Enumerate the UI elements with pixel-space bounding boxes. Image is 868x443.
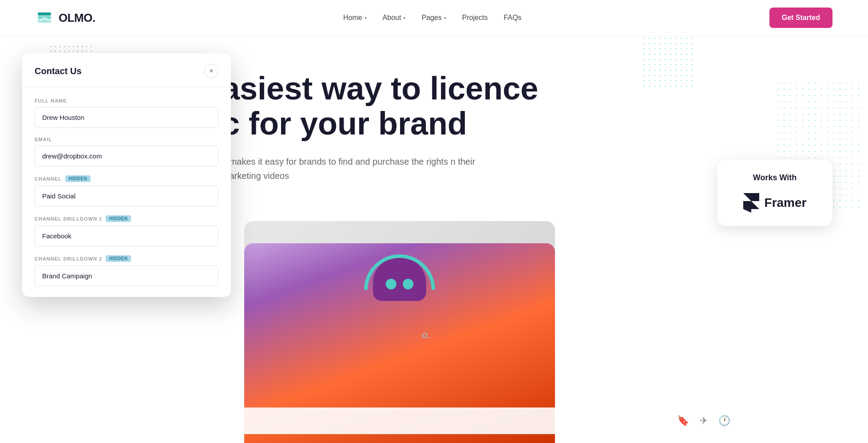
clock-icon[interactable]: 🕐 [718,415,730,427]
channel-hidden-badge: Hidden [65,175,91,182]
channel-field-group: CHANNEL Hidden [35,175,218,206]
works-with-title: Works With [730,173,819,182]
channel-drilldown2-label: CHANNEL DRILLDOWN 2 Hidden [35,255,218,262]
channel-drilldown1-hidden-badge: Hidden [106,215,131,222]
works-with-card: Works With Framer [717,160,832,226]
channel-drilldown2-hidden-badge: Hidden [106,255,131,262]
svg-rect-0 [38,20,51,23]
framer-icon [743,193,759,213]
nav-pages[interactable]: Pages ▾ [421,14,446,22]
channel-drilldown1-label: CHANNEL DRILLDOWN 1 Hidden [35,215,218,222]
full-name-label: FULL NAME [35,98,218,103]
get-started-button[interactable]: Get Started [769,8,832,28]
email-label: EMAIL [35,137,218,142]
pages-chevron: ▾ [444,16,446,20]
bookmark-icon[interactable]: 🔖 [677,415,689,427]
contact-modal: Contact Us × FULL NAME EMAIL CHANNEL Hid… [22,53,231,297]
hero-title-line1: asiest way to licence [222,71,538,106]
send-icon[interactable]: ✈ [700,415,708,427]
channel-input[interactable] [35,186,218,206]
svg-rect-2 [38,12,51,16]
navbar: OLMO. Home ▾ About ▾ Pages ▾ Projects FA… [0,0,868,36]
logo-area: OLMO. [36,9,95,27]
nav-home[interactable]: Home ▾ [343,14,367,22]
nav-projects[interactable]: Projects [462,14,488,22]
channel-drilldown2-input[interactable] [35,265,218,286]
modal-title: Contact Us [35,66,82,76]
about-chevron: ▾ [403,16,405,20]
nav-about[interactable]: About ▾ [383,14,406,22]
full-name-input[interactable] [35,107,218,128]
nav-links: Home ▾ About ▾ Pages ▾ Projects FAQs [343,14,522,22]
channel-label: CHANNEL Hidden [35,175,218,182]
bottom-bar: 🔖 ✈ 🕐 [240,407,744,434]
hero-title: asiest way to licence c for your brand [222,71,824,141]
framer-logo-area: Framer [730,193,819,213]
hero-title-line2: c for your brand [222,106,467,141]
modal-body: FULL NAME EMAIL CHANNEL Hidden CHANNEL D… [22,87,231,297]
hero-subtitle: e makes it easy for brands to find and p… [222,154,488,183]
channel-drilldown2-field-group: CHANNEL DRILLDOWN 2 Hidden [35,255,218,286]
channel-drilldown1-input[interactable] [35,225,218,246]
logo-icon [36,9,53,27]
full-name-field-group: FULL NAME [35,98,218,128]
modal-close-button[interactable]: × [204,64,218,78]
modal-header: Contact Us × [22,53,231,87]
framer-text: Framer [765,196,807,210]
email-field-group: EMAIL [35,137,218,166]
hero-section: asiest way to licence c for your brand e… [178,36,868,443]
channel-drilldown1-field-group: CHANNEL DRILLDOWN 1 Hidden [35,215,218,246]
email-input[interactable] [35,146,218,166]
logo-text: OLMO. [59,11,95,25]
nav-faqs[interactable]: FAQs [504,14,522,22]
home-chevron: ▾ [365,16,367,20]
bottom-logo-watermark: o. [422,329,431,341]
